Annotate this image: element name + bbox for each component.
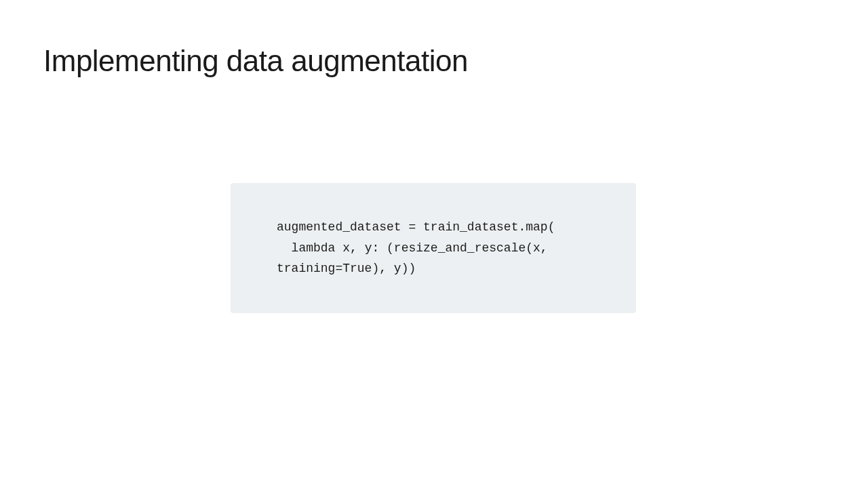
page-title: Implementing data augmentation	[43, 44, 468, 78]
code-block: augmented_dataset = train_dataset.map( l…	[231, 183, 636, 313]
code-content: augmented_dataset = train_dataset.map( l…	[277, 217, 590, 279]
